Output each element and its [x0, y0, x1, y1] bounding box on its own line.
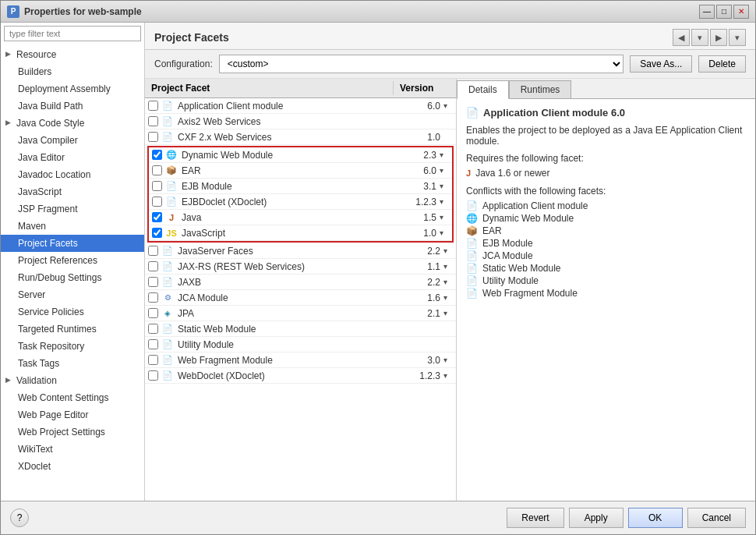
facet-checkbox[interactable] — [152, 181, 162, 191]
checkbox-cell[interactable] — [145, 308, 161, 318]
checkbox-cell[interactable] — [145, 101, 161, 111]
sidebar-item-javascript[interactable]: JavaScript — [1, 183, 144, 200]
facet-arrow[interactable]: ▾ — [440, 213, 452, 221]
facet-arrow[interactable]: ▾ — [443, 246, 456, 255]
minimize-button[interactable]: — — [699, 5, 715, 19]
sidebar-item-web-content-settings[interactable]: Web Content Settings — [1, 389, 144, 406]
table-row: 📄 Utility Module — [145, 337, 456, 353]
checkbox-cell[interactable] — [149, 197, 164, 207]
checkbox-cell[interactable] — [149, 165, 164, 175]
table-row: 📄 JAXB 2.2 ▾ — [145, 275, 456, 290]
sidebar-item-builders[interactable]: Builders — [1, 63, 144, 80]
facet-checkbox[interactable] — [148, 101, 158, 111]
facet-checkbox[interactable] — [148, 355, 158, 365]
checkbox-cell[interactable] — [149, 228, 164, 238]
checkbox-cell[interactable] — [145, 246, 161, 256]
facet-checkbox[interactable] — [148, 132, 158, 142]
facet-checkbox[interactable] — [148, 277, 158, 287]
checkbox-cell[interactable] — [145, 355, 161, 365]
sidebar-item-xdoclet[interactable]: XDoclet — [1, 458, 144, 475]
more-button[interactable]: ▾ — [729, 29, 746, 46]
bottom-right-buttons: Revert Apply OK Cancel — [507, 508, 746, 528]
save-as-button[interactable]: Save As... — [630, 55, 692, 73]
list-item: 📄 JCA Module — [466, 250, 746, 262]
checkbox-cell[interactable] — [149, 150, 164, 160]
sidebar-item-server[interactable]: Server — [1, 286, 144, 303]
sidebar-item-deployment-assembly[interactable]: Deployment Assembly — [1, 80, 144, 97]
sidebar-item-validation[interactable]: ▶ Validation — [1, 372, 144, 389]
facet-checkbox[interactable] — [152, 197, 162, 207]
page-icon: 📄 — [466, 200, 478, 211]
ok-button[interactable]: OK — [628, 508, 683, 528]
dropdown-button[interactable]: ▾ — [691, 29, 708, 46]
facet-arrow[interactable]: ▾ — [443, 262, 456, 271]
facet-checkbox[interactable] — [148, 261, 158, 271]
facet-checkbox[interactable] — [152, 165, 162, 175]
checkbox-cell[interactable] — [149, 212, 164, 222]
forward-button[interactable]: ▶ — [710, 29, 727, 46]
revert-button[interactable]: Revert — [507, 508, 563, 528]
sidebar-item-service-policies[interactable]: Service Policies — [1, 303, 144, 321]
checkbox-cell[interactable] — [145, 370, 161, 381]
facet-checkbox[interactable] — [152, 228, 162, 238]
facet-checkbox[interactable] — [148, 324, 158, 334]
sidebar-item-resource[interactable]: ▶ Resource — [1, 46, 144, 63]
back-button[interactable]: ◀ — [673, 29, 690, 46]
cancel-button[interactable]: Cancel — [687, 508, 746, 528]
sidebar-item-java-build-path[interactable]: Java Build Path — [1, 97, 144, 115]
checkbox-cell[interactable] — [145, 132, 161, 142]
facet-checkbox[interactable] — [148, 116, 158, 126]
facet-checkbox[interactable] — [148, 292, 158, 303]
facet-arrow[interactable]: ▾ — [443, 309, 456, 317]
apply-button[interactable]: Apply — [569, 508, 624, 528]
checkbox-cell[interactable] — [145, 324, 161, 334]
checkbox-cell[interactable] — [145, 116, 161, 126]
facet-arrow[interactable]: ▾ — [440, 166, 452, 175]
tab-details[interactable]: Details — [457, 80, 509, 99]
sidebar-item-javadoc[interactable]: Javadoc Location — [1, 166, 144, 183]
sidebar-item-web-project-settings[interactable]: Web Project Settings — [1, 423, 144, 441]
facet-arrow[interactable]: ▾ — [440, 197, 452, 206]
checkbox-cell[interactable] — [145, 261, 161, 271]
list-item: 📄 Application Client module — [466, 200, 746, 212]
facet-checkbox[interactable] — [148, 339, 158, 349]
facet-arrow[interactable]: ▾ — [440, 229, 452, 237]
facet-arrow[interactable]: ▾ — [443, 293, 456, 302]
sidebar-item-run-debug[interactable]: Run/Debug Settings — [1, 269, 144, 286]
sidebar-item-task-tags[interactable]: Task Tags — [1, 355, 144, 372]
facet-arrow[interactable]: ▾ — [443, 356, 456, 364]
sidebar-item-maven[interactable]: Maven — [1, 218, 144, 235]
checkbox-cell[interactable] — [145, 277, 161, 287]
tab-runtimes[interactable]: Runtimes — [509, 80, 572, 98]
facet-arrow[interactable]: ▾ — [443, 371, 456, 380]
checkbox-cell[interactable] — [145, 292, 161, 303]
sidebar-item-java-editor[interactable]: Java Editor — [1, 149, 144, 166]
help-button[interactable]: ? — [10, 508, 29, 527]
close-button[interactable]: ✕ — [733, 5, 749, 19]
sidebar-item-java-compiler[interactable]: Java Compiler — [1, 132, 144, 149]
sidebar-item-wikitext[interactable]: WikiText — [1, 441, 144, 458]
facet-checkbox[interactable] — [152, 212, 162, 222]
checkbox-cell[interactable] — [149, 181, 164, 191]
facet-checkbox[interactable] — [152, 150, 162, 160]
facet-arrow[interactable]: ▾ — [440, 151, 452, 159]
facet-arrow[interactable]: ▾ — [443, 101, 456, 110]
sidebar-item-web-page-editor[interactable]: Web Page Editor — [1, 406, 144, 423]
sidebar-item-java-code-style[interactable]: ▶ Java Code Style — [1, 115, 144, 132]
facet-checkbox[interactable] — [148, 370, 158, 381]
sidebar-item-task-repository[interactable]: Task Repository — [1, 338, 144, 355]
checkbox-cell[interactable] — [145, 339, 161, 349]
sidebar-item-jsp-fragment[interactable]: JSP Fragment — [1, 200, 144, 218]
facet-checkbox[interactable] — [148, 246, 158, 256]
facet-arrow[interactable]: ▾ — [440, 182, 452, 190]
delete-button[interactable]: Delete — [698, 55, 746, 73]
sidebar-item-project-references[interactable]: Project References — [1, 252, 144, 269]
facet-checkbox[interactable] — [148, 308, 158, 318]
sidebar-item-label: JavaScript — [18, 185, 62, 199]
sidebar-item-project-facets[interactable]: Project Facets — [1, 235, 144, 252]
facet-arrow[interactable]: ▾ — [443, 278, 456, 286]
maximize-button[interactable]: □ — [716, 5, 732, 19]
filter-input[interactable] — [4, 26, 141, 41]
config-select[interactable]: <custom> — [219, 55, 624, 73]
sidebar-item-targeted-runtimes[interactable]: Targeted Runtimes — [1, 321, 144, 338]
